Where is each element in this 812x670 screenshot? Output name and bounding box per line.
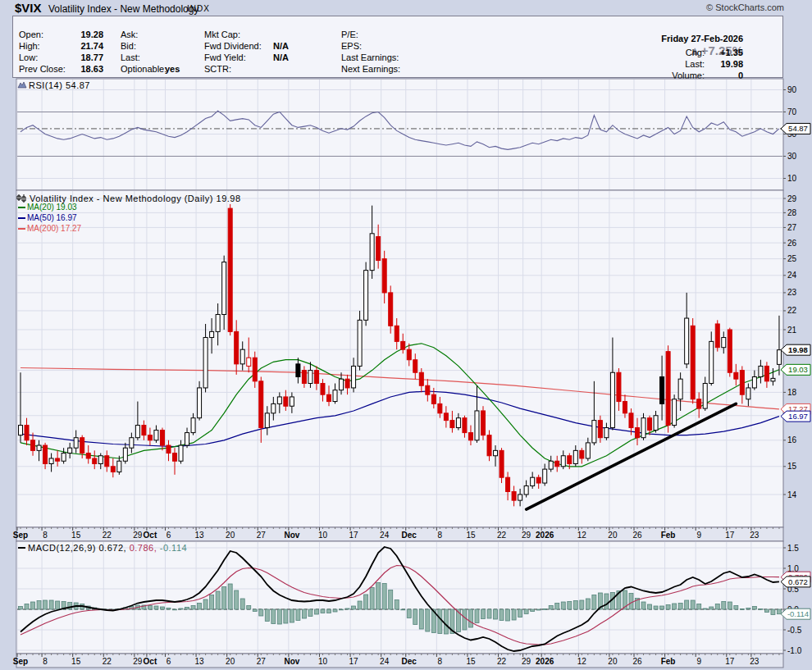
candle[interactable] bbox=[506, 477, 510, 491]
candle[interactable] bbox=[481, 411, 486, 435]
candle[interactable] bbox=[210, 331, 214, 337]
candle[interactable] bbox=[426, 385, 430, 394]
candle[interactable] bbox=[617, 372, 621, 401]
candle[interactable] bbox=[641, 418, 645, 438]
candle[interactable] bbox=[494, 450, 498, 455]
candle[interactable] bbox=[543, 469, 547, 483]
candle[interactable] bbox=[468, 433, 472, 440]
candle[interactable] bbox=[253, 358, 257, 381]
candle[interactable] bbox=[142, 426, 146, 435]
candle[interactable] bbox=[284, 397, 288, 406]
candle[interactable] bbox=[568, 456, 572, 464]
candle[interactable] bbox=[19, 426, 23, 435]
candle[interactable] bbox=[93, 458, 97, 464]
candle[interactable] bbox=[123, 448, 127, 461]
candle[interactable] bbox=[438, 403, 442, 412]
candle[interactable] bbox=[524, 485, 528, 495]
candle[interactable] bbox=[271, 403, 276, 412]
chart-canvas[interactable]: 9070503010RSI(14) 54.8754.87141516171819… bbox=[0, 0, 812, 670]
candle[interactable] bbox=[444, 413, 448, 421]
candle[interactable] bbox=[154, 431, 158, 440]
candle[interactable] bbox=[636, 428, 640, 438]
candle[interactable] bbox=[296, 364, 300, 377]
candle[interactable] bbox=[222, 262, 226, 315]
candle[interactable] bbox=[290, 397, 294, 406]
candle[interactable] bbox=[703, 384, 707, 409]
candle[interactable] bbox=[419, 372, 423, 385]
candle[interactable] bbox=[352, 366, 356, 388]
candle[interactable] bbox=[376, 237, 381, 261]
candle[interactable] bbox=[413, 360, 417, 372]
candle[interactable] bbox=[586, 443, 590, 458]
candle[interactable] bbox=[105, 456, 109, 467]
candle[interactable] bbox=[549, 461, 553, 469]
candle[interactable] bbox=[685, 318, 689, 364]
candle[interactable] bbox=[333, 390, 337, 402]
candle[interactable] bbox=[43, 445, 48, 463]
candle[interactable] bbox=[191, 418, 195, 433]
candle[interactable] bbox=[598, 421, 602, 438]
candle[interactable] bbox=[746, 388, 750, 399]
candle[interactable] bbox=[25, 426, 29, 440]
candle[interactable] bbox=[463, 418, 467, 433]
candle[interactable] bbox=[592, 421, 596, 443]
candle[interactable] bbox=[771, 378, 775, 381]
candle[interactable] bbox=[277, 397, 281, 403]
candle[interactable] bbox=[561, 456, 565, 467]
candle[interactable] bbox=[228, 208, 232, 331]
candle[interactable] bbox=[62, 454, 66, 462]
candle[interactable] bbox=[722, 338, 726, 348]
candle[interactable] bbox=[86, 454, 90, 458]
candle[interactable] bbox=[407, 349, 411, 360]
candle[interactable] bbox=[629, 413, 633, 428]
candle[interactable] bbox=[487, 435, 491, 456]
candle[interactable] bbox=[456, 418, 460, 428]
candle[interactable] bbox=[327, 394, 331, 401]
candle[interactable] bbox=[709, 341, 714, 383]
candle[interactable] bbox=[235, 331, 239, 363]
candle[interactable] bbox=[259, 381, 263, 428]
candle[interactable] bbox=[382, 259, 386, 293]
candle[interactable] bbox=[431, 394, 436, 403]
candle[interactable] bbox=[691, 326, 695, 399]
candle[interactable] bbox=[715, 324, 719, 348]
candle[interactable] bbox=[321, 384, 325, 395]
candle[interactable] bbox=[198, 388, 202, 418]
candle[interactable] bbox=[203, 338, 208, 388]
candle[interactable] bbox=[240, 349, 244, 364]
candle[interactable] bbox=[531, 477, 535, 485]
candle[interactable] bbox=[345, 379, 349, 388]
candle[interactable] bbox=[265, 413, 269, 428]
candle[interactable] bbox=[308, 371, 312, 384]
candle[interactable] bbox=[68, 448, 72, 453]
candle[interactable] bbox=[536, 477, 541, 483]
candle[interactable] bbox=[500, 450, 504, 477]
candle[interactable] bbox=[117, 461, 121, 472]
candle[interactable] bbox=[302, 371, 306, 384]
candle[interactable] bbox=[604, 428, 609, 438]
candle[interactable] bbox=[135, 426, 139, 438]
candle[interactable] bbox=[340, 379, 344, 390]
candle[interactable] bbox=[111, 467, 115, 472]
candle[interactable] bbox=[475, 411, 479, 440]
candle[interactable] bbox=[148, 435, 152, 440]
candle[interactable] bbox=[512, 491, 516, 500]
candle[interactable] bbox=[764, 366, 769, 381]
candle[interactable] bbox=[555, 461, 559, 467]
candle[interactable] bbox=[37, 445, 41, 450]
candle[interactable] bbox=[216, 314, 220, 331]
candle[interactable] bbox=[648, 418, 652, 431]
candle[interactable] bbox=[678, 379, 682, 399]
candle[interactable] bbox=[167, 445, 171, 454]
candle[interactable] bbox=[697, 399, 701, 408]
candle[interactable] bbox=[401, 341, 405, 349]
candle[interactable] bbox=[752, 377, 756, 388]
candle[interactable] bbox=[610, 372, 614, 427]
candle[interactable] bbox=[740, 371, 744, 395]
candle[interactable] bbox=[314, 371, 318, 384]
candle[interactable] bbox=[673, 399, 677, 426]
candle[interactable] bbox=[654, 416, 658, 431]
candle[interactable] bbox=[623, 402, 627, 413]
candle[interactable] bbox=[179, 445, 183, 461]
candle[interactable] bbox=[247, 358, 251, 366]
